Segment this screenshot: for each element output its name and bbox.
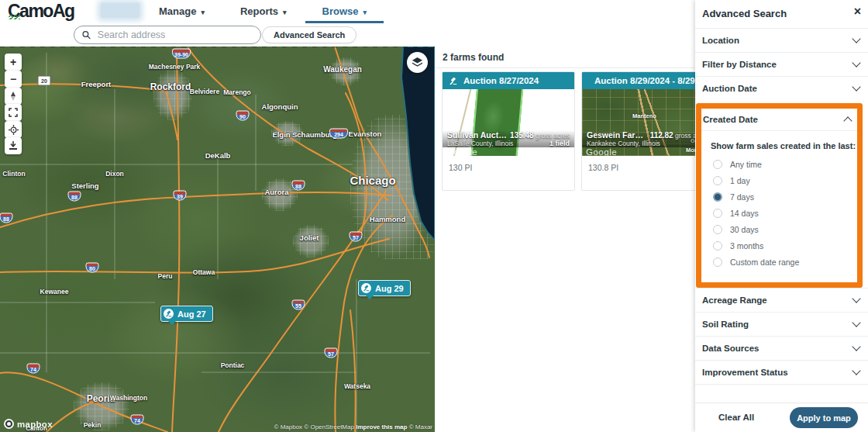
farm-overlay: Sullivan Auctioneer... 135.48 gross acre… [443,130,574,147]
clear-all-button[interactable]: Clear All [718,413,754,422]
chevron-down-icon [852,342,860,351]
mapbox-logo-icon [4,419,14,429]
nav-item-label: Reports [240,0,278,23]
radio-option-3-months[interactable]: 3 months [713,237,857,254]
section-improvement-status[interactable]: Improvement Status [695,360,868,384]
redacted-blur [101,3,140,18]
radio-icon[interactable] [713,209,722,218]
radio-option-1-day[interactable]: 1 day [713,172,857,188]
radio-option-14-days[interactable]: 14 days [713,205,857,221]
farm-card-info: 130 PI [443,156,574,179]
section-label: Acreage Range [702,295,767,305]
city-label-rockford: Rockford [150,81,191,92]
google-watermark: Google [586,147,617,156]
city-label-dekalb: DeKalb [205,151,231,160]
improve-this-map-link[interactable]: Improve this map [356,423,407,430]
city-label-clinton: Clinton [2,170,25,178]
city-label-algonquin: Algonquin [262,102,298,111]
download-icon [9,141,18,150]
map-attribution: © Mapbox © OpenStreetMap Improve this ma… [274,423,432,430]
advanced-search-button[interactable]: Advanced Search [262,26,356,43]
radio-icon[interactable] [713,160,722,169]
section-data-sources[interactable]: Data Sources [695,336,868,360]
radio-option-30-days[interactable]: 30 days [713,221,857,237]
city-label-chicago: Chicago [350,174,395,187]
city-label-elgin: Elgin [272,130,290,139]
fullscreen-button[interactable] [5,104,22,121]
map[interactable]: + − [0,47,435,432]
gross-acres-value: 135.48 [510,131,534,140]
download-button[interactable] [5,137,22,154]
city-label-freeport: Freeport [81,80,112,88]
sidebar-divider [695,384,868,385]
farm-card[interactable]: Auction 8/27/2024 Sullivan Auctioneer...… [442,71,575,191]
interstate-shield-294: 294 [329,129,348,139]
radio-icon[interactable] [713,241,722,251]
caret-down-icon: ▾ [283,1,287,24]
radio-option-any-time[interactable]: Any time [713,156,857,172]
city-label-peru: Peru [158,272,173,280]
radio-option-label: 30 days [730,225,759,234]
app-window: CamoAg Manage▾Reports▾Browse▾ Advanced S… [0,0,868,432]
nav-item-browse[interactable]: Browse▾ [322,0,367,23]
section-created-date-label: Created Date [703,115,758,124]
city-label-waukegan: Waukegan [323,65,362,74]
section-created-date[interactable]: Created Date [701,109,857,131]
mapbox-logo[interactable]: mapbox [4,419,53,429]
attribution-text: © Mapbox © OpenStreetMap [274,423,354,430]
radio-option-label: 7 days [730,192,754,202]
section-auction-date[interactable]: Auction Date [695,76,868,100]
locate-button[interactable] [5,121,22,138]
nav-item-label: Manage [159,0,196,23]
map-layers-button[interactable] [407,52,428,73]
chevron-down-icon [852,318,860,327]
nav-item-reports[interactable]: Reports▾ [240,0,287,23]
chevron-down-icon [852,34,860,43]
auction-marker-aug-29[interactable]: Aug 29 [358,280,411,296]
close-icon[interactable]: × [854,5,861,18]
section-location[interactable]: Location [695,28,868,52]
gross-acres-unit: gross acres [536,132,570,140]
interstate-shield-39-90: 39-90 [172,49,191,59]
chevron-down-icon [852,58,860,67]
radio-option-label: 14 days [730,209,759,218]
farm-title: Sullivan Auctioneer... [447,130,507,140]
city-label-ottawa: Ottawa [193,268,215,276]
chevron-down-icon [852,294,860,302]
chevron-up-icon [843,116,852,125]
advanced-search-panel: Advanced Search × Created Date Show farm… [695,0,868,432]
radio-selected-icon[interactable] [713,192,722,202]
compass-button[interactable] [5,88,22,105]
zoom-in-button[interactable]: + [5,54,22,71]
fullscreen-icon [9,108,18,117]
search-address-field[interactable] [74,26,261,44]
us-route-shield-20: 20 [38,76,51,86]
radio-icon[interactable] [713,257,722,267]
compass-needle-icon [9,92,17,101]
city-label-belvidere: Belvidere [190,88,219,95]
marker-label: Aug 29 [375,284,404,293]
chevron-down-icon [852,366,860,375]
nav-item-manage[interactable]: Manage▾ [159,0,205,23]
maxar-attribution: © Maxar [409,423,432,430]
radio-option-7-days[interactable]: 7 days [713,188,857,205]
radio-icon[interactable] [713,176,722,185]
section-soil-rating[interactable]: Soil Rating [695,312,868,336]
field-count: 1 field [549,140,570,147]
auction-marker-aug-27[interactable]: Aug 27 [160,306,213,322]
main-nav: Manage▾Reports▾Browse▾ [159,0,367,23]
section-label: Location [702,36,739,45]
apply-to-map-button[interactable]: Apply to map [790,407,858,428]
gavel-icon [361,283,371,293]
zoom-out-button[interactable]: − [5,71,22,88]
gavel-icon [164,309,174,319]
city-label-machesney-park: Machesney Park [149,63,201,71]
section-label: Data Sources [702,344,760,353]
city-label-sterling: Sterling [71,181,98,190]
city-label-pontiac: Pontiac [221,361,245,369]
section-acreage-range[interactable]: Acreage Range [695,288,868,312]
section-filter-by-distance[interactable]: Filter by Distance [695,52,868,76]
search-input[interactable] [96,29,253,41]
radio-option-custom-date-range[interactable]: Custom date range [713,254,857,270]
radio-icon[interactable] [713,225,722,234]
